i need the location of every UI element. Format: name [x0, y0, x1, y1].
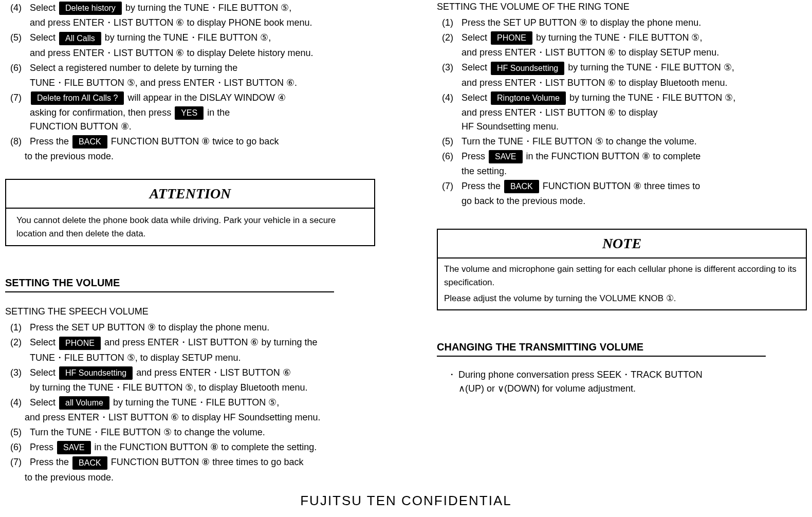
btn-yes: YES — [175, 106, 204, 120]
text: Press — [462, 151, 485, 161]
step-7: (7) Delete from All Calls ? will appear … — [10, 91, 375, 105]
text: the setting. — [462, 164, 807, 178]
vstep-7: (7) Press the BACK FUNCTION BUTTON ⑧ thr… — [10, 455, 375, 469]
rstep-6: (6) Press SAVE in the FUNCTION BUTTON ⑧ … — [442, 150, 807, 163]
btn-ringtone-volume: Ringtone Volume — [491, 91, 566, 105]
text: Select — [30, 397, 56, 408]
text: HF Soundsetting menu. — [462, 120, 807, 134]
text: by turning the TUNE・FILE BUTTON ⑤, — [536, 32, 702, 43]
note-title: NOTE — [438, 230, 806, 258]
text: and press ENTER・LIST BUTTON ⑥ — [136, 367, 290, 378]
attention-box: ATTENTION You cannot delete the phone bo… — [5, 179, 375, 246]
text: Press the — [462, 181, 501, 191]
step-5: (5) Select All Calls by turning the TUNE… — [10, 31, 375, 45]
text: and press ENTER・LIST BUTTON ⑥ to display… — [462, 46, 807, 60]
speech-volume-heading: SETTING THE SPEECH VOLUME — [5, 305, 375, 319]
attention-title: ATTENTION — [6, 180, 374, 209]
text: by turning the TUNE・FILE BUTTON ⑤, — [113, 397, 279, 408]
btn-save: SAVE — [57, 441, 91, 454]
rstep-4: (4) Select Ringtone Volume by turning th… — [442, 91, 807, 105]
note-body-2: Please adjust the volume by turning the … — [444, 292, 800, 305]
step-8: (8) Press the BACK FUNCTION BUTTON ⑧ twi… — [10, 135, 375, 149]
text: to the previous mode. — [25, 471, 375, 485]
ring-tone-heading: SETTING THE VOLUME OF THE RING TONE — [437, 0, 807, 14]
attention-body: You cannot delete the phone book data wh… — [6, 209, 374, 245]
text: to the previous mode. — [25, 150, 375, 163]
btn-all-calls: All Calls — [59, 32, 101, 45]
vstep-5: (5) Turn the TUNE・FILE BUTTON ⑤ to chang… — [10, 426, 375, 439]
btn-hf-soundsetting: HF Soundsetting — [491, 62, 564, 75]
btn-all-volume: all Volume — [59, 396, 109, 410]
rstep-7: (7) Press the BACK FUNCTION BUTTON ⑧ thr… — [442, 179, 807, 193]
text: asking for confirmation, then press — [30, 107, 171, 118]
text: FUNCTION BUTTON ⑧ three times to go back — [111, 457, 304, 467]
text: by turning the TUNE・FILE BUTTON ⑤, to di… — [30, 381, 375, 395]
text: Select — [30, 3, 56, 13]
footer-confidential: FUJITSU TEN CONFIDENTIAL — [5, 491, 807, 511]
text: Turn the TUNE・FILE BUTTON ⑤ to change th… — [30, 426, 375, 439]
text: Select — [462, 32, 487, 43]
text: will appear in the DISLAY WINDOW ④ — [127, 93, 285, 103]
text: and press ENTER・LIST BUTTON ⑥ to display… — [25, 411, 375, 424]
btn-delete-confirm: Delete from All Calls ? — [31, 91, 124, 105]
text: Select — [462, 62, 487, 72]
step-6: (6) Select a registered number to delete… — [10, 61, 375, 75]
note-box: NOTE The volume and microphone gain sett… — [437, 229, 807, 310]
text: Press the SET UP BUTTON ⑨ to display the… — [462, 16, 807, 30]
text: Press the SET UP BUTTON ⑨ to display the… — [30, 321, 375, 335]
vstep-2: (2) Select PHONE and press ENTER・LIST BU… — [10, 336, 375, 349]
text: TUNE・FILE BUTTON ⑤, to display SETUP men… — [30, 351, 375, 365]
text: FUNCTION BUTTON ⑧. — [30, 120, 375, 134]
text: by turning the TUNE・FILE BUTTON ⑤, — [569, 93, 735, 103]
rstep-1: (1) Press the SET UP BUTTON ⑨ to display… — [442, 16, 807, 30]
text: in the — [207, 107, 230, 118]
text: FUNCTION BUTTON ⑧ twice to go back — [111, 136, 279, 146]
btn-phone: PHONE — [59, 337, 101, 350]
btn-save: SAVE — [489, 150, 523, 163]
step-num: (4) — [10, 1, 30, 15]
text: by turning the TUNE・FILE BUTTON ⑤, — [125, 3, 291, 13]
text: Press the — [30, 136, 69, 146]
bullet-icon: ・ — [447, 368, 458, 396]
text: Select — [30, 337, 56, 347]
text: and press ENTER・LIST BUTTON ⑥ to display… — [30, 16, 375, 30]
vstep-3: (3) Select HF Soundsetting and press ENT… — [10, 366, 375, 380]
transmit-volume-heading: CHANGING THE TRANSMITTING VOLUME — [437, 339, 766, 357]
btn-delete-history: Delete history — [59, 2, 122, 15]
text: Press — [30, 442, 53, 452]
btn-phone: PHONE — [491, 31, 532, 45]
text: Turn the TUNE・FILE BUTTON ⑤ to change th… — [462, 135, 807, 149]
setting-volume-heading: SETTING THE VOLUME — [5, 275, 334, 292]
vstep-1: (1) Press the SET UP BUTTON ⑨ to display… — [10, 321, 375, 335]
text: ∧(UP) or ∨(DOWN) for volume adjustment. — [458, 382, 703, 396]
rstep-2: (2) Select PHONE by turning the TUNE・FIL… — [442, 31, 807, 45]
text: Select — [462, 93, 487, 103]
text: Press the — [30, 457, 69, 467]
text: and press ENTER・LIST BUTTON ⑥ by turning… — [104, 337, 318, 347]
text: TUNE・FILE BUTTON ⑤, and press ENTER・LIST… — [30, 76, 375, 90]
text: in the FUNCTION BUTTON ⑧ to complete the… — [95, 442, 317, 452]
text: FUNCTION BUTTON ⑧ three times to — [543, 181, 700, 191]
text: Select — [30, 367, 56, 378]
btn-back: BACK — [72, 456, 107, 470]
step-4: (4) Select Delete history by turning the… — [10, 1, 375, 15]
btn-back: BACK — [504, 180, 539, 193]
text: and press ENTER・LIST BUTTON ⑥ to display — [462, 106, 807, 120]
text: in the FUNCTION BUTTON ⑧ to complete — [526, 151, 701, 161]
vstep-4: (4) Select all Volume by turning the TUN… — [10, 396, 375, 410]
rstep-3: (3) Select HF Soundsetting by turning th… — [442, 61, 807, 75]
text: Select — [30, 32, 56, 43]
rstep-5: (5) Turn the TUNE・FILE BUTTON ⑤ to chang… — [442, 135, 807, 149]
text: During phone conversation press SEEK・TRA… — [458, 368, 703, 382]
text: Select a registered number to delete by … — [30, 61, 375, 75]
vstep-6: (6) Press SAVE in the FUNCTION BUTTON ⑧ … — [10, 440, 375, 454]
text: and press ENTER・LIST BUTTON ⑥ to display… — [30, 46, 375, 60]
text: go back to the previous mode. — [462, 194, 807, 208]
text: by turning the TUNE・FILE BUTTON ⑤, — [105, 32, 271, 43]
btn-back: BACK — [72, 135, 107, 149]
text: and press ENTER・LIST BUTTON ⑥ to display… — [462, 76, 807, 90]
transmit-bullet: ・ During phone conversation press SEEK・T… — [447, 368, 807, 396]
note-body-1: The volume and microphone gain setting f… — [444, 263, 800, 289]
btn-hf-soundsetting: HF Soundsetting — [59, 366, 133, 380]
text: by turning the TUNE・FILE BUTTON ⑤, — [568, 62, 734, 72]
